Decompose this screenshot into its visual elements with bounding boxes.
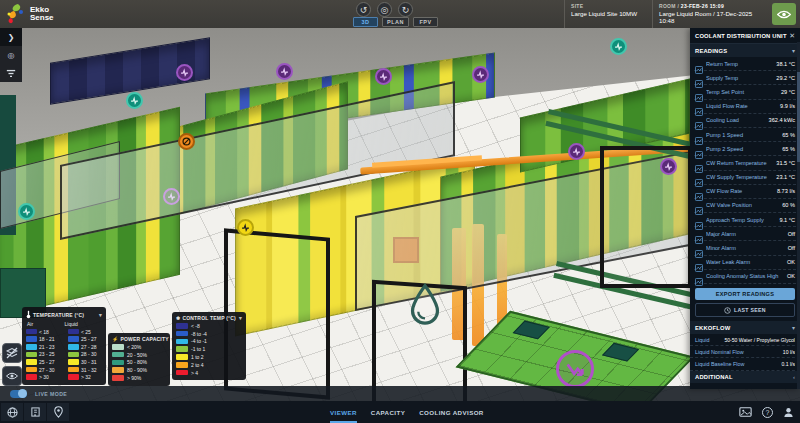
sensor-pulse-icon[interactable] [276, 63, 293, 80]
main-tab[interactable]: CAPACITY [371, 401, 405, 423]
chart-icon[interactable] [695, 216, 703, 224]
chart-icon[interactable] [695, 244, 703, 252]
temperature-legend-title: TEMPERATURE (°C) [33, 312, 97, 318]
sensor-pulse-icon[interactable] [472, 66, 489, 83]
chart-icon[interactable] [695, 159, 703, 167]
sensor-pulse-warning-icon[interactable] [237, 219, 254, 236]
expand-panel-icon[interactable]: ❯ [0, 28, 22, 46]
chart-icon[interactable] [695, 74, 703, 82]
air-swatch [26, 352, 37, 358]
power-capacity-legend-header[interactable]: ⚡ POWER CAPACITY ▾ [112, 336, 166, 342]
control-legend-row: 2 to 4 [176, 362, 242, 368]
reading-row: Pump 1 Speed 65 % [694, 128, 796, 142]
readings-section-header[interactable]: READINGS ▾ [690, 44, 800, 57]
power-range: 80 - 90% [127, 367, 166, 373]
cdu-machine[interactable] [602, 343, 639, 362]
ekkoflow-value: 10 l/s [747, 349, 795, 355]
sensor-pulse-icon[interactable] [568, 143, 585, 160]
reading-label: Minor Alarm [706, 245, 785, 251]
control-legend-row: -8 to -4 [176, 331, 242, 337]
screenshot-icon[interactable] [739, 407, 752, 417]
sensor-pulse-icon[interactable] [126, 92, 143, 109]
cdu-panel: COOLANT DISTRIBUTION UNIT ✕ READINGS ▾ R… [690, 28, 800, 389]
control-legend-row: > 4 [176, 370, 242, 376]
liquid-droplet-icon[interactable] [402, 280, 448, 330]
layers-off-icon[interactable] [2, 343, 22, 363]
view-mode-button[interactable]: FPV [413, 17, 438, 27]
air-column-label: Air [27, 321, 65, 327]
chart-icon[interactable] [695, 272, 703, 280]
export-readings-button[interactable]: EXPORT READINGS [695, 288, 795, 300]
visibility-eye-button[interactable] [772, 3, 796, 25]
air-swatch [26, 374, 37, 380]
liquid-swatch [68, 367, 79, 373]
control-range: > 4 [191, 370, 242, 376]
sensor-pulse-icon[interactable] [18, 203, 35, 220]
liquid-swatch [68, 352, 79, 358]
chart-icon[interactable] [695, 187, 703, 195]
sensor-pulse-icon[interactable] [660, 158, 677, 175]
ekkoflow-section-header[interactable]: EKKOFLOW ▾ [690, 321, 800, 334]
room-selector-icon[interactable] [47, 403, 69, 421]
chart-icon[interactable] [695, 102, 703, 110]
chart-icon[interactable] [695, 201, 703, 209]
chart-icon[interactable] [695, 60, 703, 68]
chart-icon[interactable] [695, 116, 703, 124]
main-tab[interactable]: VIEWER [330, 401, 357, 423]
control-temp-legend: ❄ CONTROL TEMP (°C) ▾ < -8 -8 to -4 -4 t… [172, 312, 246, 380]
chart-icon[interactable] [695, 258, 703, 266]
chart-icon[interactable] [695, 131, 703, 139]
reading-label: Cooling Anomaly Status High [706, 273, 784, 279]
additional-section-header[interactable]: ADDITIONAL ‹ [690, 371, 800, 383]
sensor-pulse-outline-icon[interactable] [163, 188, 180, 205]
liquid-range: > 32 [81, 374, 102, 380]
main-tab[interactable]: COOLING ADVISOR [419, 401, 484, 423]
live-mode-toggle[interactable] [10, 390, 27, 398]
view-mode-button[interactable]: PLAN [382, 17, 409, 27]
power-range: 50 - 80% [127, 359, 166, 365]
liquid-range: 30 - 31 [81, 359, 102, 365]
control-range: < -8 [191, 323, 242, 329]
flow-exchange-icon[interactable] [556, 350, 594, 388]
world-selector-icon[interactable] [1, 403, 23, 421]
reading-label: Temp Set Point [706, 89, 778, 95]
chart-icon[interactable] [695, 173, 703, 181]
reading-value: 29.2 °C [776, 75, 795, 81]
user-icon[interactable] [783, 407, 794, 418]
site-selector-icon[interactable] [24, 403, 46, 421]
chart-icon[interactable] [695, 145, 703, 153]
sensor-pulse-icon[interactable] [176, 64, 193, 81]
target-focus-icon[interactable]: ◎ [0, 46, 22, 64]
view-mode-button[interactable]: 3D [353, 17, 378, 27]
reading-value: 9.1 °C [779, 217, 795, 223]
alarm-prohibition-icon[interactable] [178, 133, 195, 150]
power-swatch [112, 375, 124, 381]
reading-value: Off [788, 245, 795, 251]
control-temp-legend-header[interactable]: ❄ CONTROL TEMP (°C) ▾ [176, 315, 242, 321]
rotate-left-icon[interactable]: ↺ [356, 2, 371, 17]
last-seen-button[interactable]: LAST SEEN [695, 303, 795, 317]
air-range: 25 - 27 [39, 359, 66, 365]
cdu-machine[interactable] [513, 321, 550, 340]
close-icon[interactable]: ✕ [789, 32, 795, 40]
reading-label: Liquid Flow Rate [706, 103, 777, 109]
chart-icon[interactable] [695, 88, 703, 96]
chart-icon[interactable] [695, 230, 703, 238]
temperature-legend-header[interactable]: TEMPERATURE (°C) ▾ [26, 310, 102, 319]
help-icon[interactable]: ? [762, 407, 773, 418]
rotate-right-icon[interactable]: ↻ [398, 2, 413, 17]
chevron-down-icon: ▾ [239, 315, 242, 321]
sensor-pulse-icon[interactable] [610, 38, 627, 55]
visibility-settings-icon[interactable] [2, 366, 22, 386]
control-swatch [176, 331, 188, 337]
power-range: > 90% [127, 375, 166, 381]
reading-value: 60 % [782, 202, 795, 208]
reset-view-icon[interactable]: ◎ [377, 2, 392, 17]
power-legend-row: 80 - 90% [112, 367, 166, 373]
sensor-pulse-icon[interactable] [375, 68, 392, 85]
left-toolbar: ❯ ◎ [0, 28, 22, 82]
reading-label: Supply Temp [706, 75, 773, 81]
reading-label: CW Supply Temperature [706, 174, 773, 180]
filter-icon[interactable] [0, 64, 22, 82]
chevron-left-icon: ‹ [793, 374, 795, 380]
